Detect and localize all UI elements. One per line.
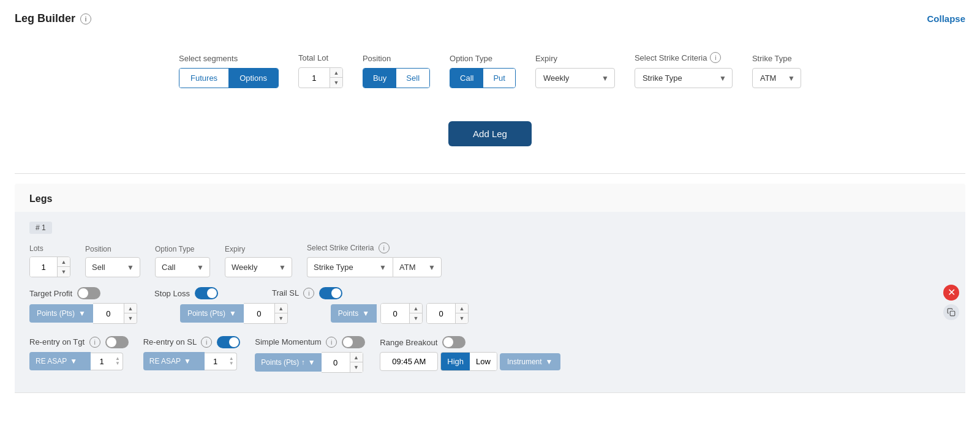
reentry-tgt-controls: RE ASAP ▼ ▲▼ (29, 352, 129, 370)
reentry-sl-group: Re-entry on SL i RE ASAP ▼ (143, 336, 241, 370)
target-profit-dropdown-icon: ▼ (78, 309, 86, 318)
target-profit-group: Target Profit (29, 287, 100, 299)
copy-leg-button[interactable] (943, 304, 959, 320)
target-profit-points-group: Points (Pts) ▼ ▲ ▼ (29, 303, 137, 324)
trail-sl-toggle[interactable] (319, 287, 342, 299)
trail-down-1-button[interactable]: ▼ (410, 313, 422, 323)
target-profit-up-button[interactable]: ▲ (124, 304, 137, 313)
total-lot-input[interactable] (299, 70, 330, 86)
delete-leg-button[interactable]: ✕ (943, 285, 959, 301)
reentry-sl-reasap-label: RE ASAP (149, 357, 181, 365)
buy-button[interactable]: Buy (363, 69, 396, 88)
trail-down-2-button[interactable]: ▼ (456, 313, 468, 323)
reentry-tgt-reasap-arrow-icon: ▼ (70, 357, 77, 365)
range-breakout-group: Range Breakout High Low Instrument (380, 336, 560, 371)
trail-sl-points-button[interactable]: Points ▼ (331, 304, 377, 323)
stop-loss-toggle[interactable] (195, 287, 218, 299)
leg-position-select[interactable]: Sell Buy (85, 257, 140, 277)
leg-expiry-select-wrap: Weekly Monthly ▼ (225, 257, 292, 277)
instrument-button[interactable]: Instrument ▼ (500, 353, 560, 370)
option-type-label: Option Type (450, 54, 516, 63)
call-button[interactable]: Call (450, 69, 483, 88)
leg-strike-criteria-group: Strike Type ▼ ATM ITM OTM ▼ (307, 257, 442, 277)
simple-momentum-controls: Points (Pts) ↑ ▼ ▲ ▼ (255, 352, 365, 373)
expiry-label: Expiry (535, 54, 615, 63)
range-breakout-toggle[interactable] (442, 336, 466, 348)
leg-atm-select[interactable]: ATM ITM OTM (393, 257, 442, 277)
leg-expiry-select[interactable]: Weekly Monthly (225, 257, 292, 277)
reentry-tgt-reasap-button[interactable]: RE ASAP ▼ (29, 352, 91, 370)
strike-type-label: Strike Type (752, 54, 801, 63)
leg-row-1: # 1 Lots ▲ ▼ Position (15, 212, 965, 393)
reentry-tgt-num-input[interactable] (91, 353, 113, 370)
target-profit-points-button[interactable]: Points (Pts) ▼ (29, 304, 93, 323)
leg-option-type-field: Option Type Call Put ▼ (155, 245, 210, 277)
reentry-sl-toggle[interactable] (217, 336, 240, 348)
stop-loss-stepper: ▲ ▼ (274, 304, 287, 323)
reentry-sl-num-input[interactable] (205, 353, 227, 370)
total-lot-label: Total Lot (298, 53, 343, 62)
add-leg-button[interactable]: Add Leg (448, 121, 532, 146)
stop-loss-points-button[interactable]: Points (Pts) ▼ (180, 304, 244, 323)
lot-input-wrap: ▲ ▼ (298, 67, 343, 88)
strike-criteria-select[interactable]: Strike Type (635, 68, 733, 88)
expiry-select[interactable]: Weekly Monthly (535, 68, 615, 88)
reentry-tgt-toggle[interactable] (105, 336, 129, 348)
leg-lots-down-button[interactable]: ▼ (58, 267, 70, 277)
trail-sl-group: Trail SL i (272, 287, 342, 299)
collapse-button[interactable]: Collapse (927, 13, 965, 24)
momentum-up-button[interactable]: ▲ (350, 353, 363, 362)
leg-strike-criteria-info-icon[interactable]: i (379, 242, 390, 253)
trail-input-2[interactable] (427, 304, 455, 323)
options-button[interactable]: Options (228, 69, 278, 88)
trail-input-1[interactable] (381, 304, 409, 323)
target-profit-stepper: ▲ ▼ (124, 304, 137, 323)
reentry-tgt-info-icon[interactable]: i (89, 337, 100, 348)
leg-strike-criteria-label-text: Select Strike Criteria (307, 244, 374, 252)
leg-lots-input[interactable] (30, 257, 57, 277)
target-profit-thumb (78, 288, 88, 298)
trail-up-1-button[interactable]: ▲ (410, 304, 422, 313)
target-profit-input-wrap: ▲ ▼ (93, 303, 137, 324)
target-profit-toggle[interactable] (77, 287, 100, 299)
momentum-input[interactable] (322, 354, 350, 371)
trail-up-2-button[interactable]: ▲ (456, 304, 468, 313)
atm-select-wrap: ATM ITM OTM ▼ (752, 68, 801, 88)
stop-loss-group: Stop Loss (154, 287, 218, 299)
range-time-input[interactable] (380, 352, 438, 371)
simple-momentum-toggle[interactable] (342, 336, 365, 348)
reentry-sl-reasap-arrow-icon: ▼ (184, 357, 191, 365)
reentry-sl-info-icon[interactable]: i (201, 337, 212, 348)
title-info-icon[interactable]: i (80, 13, 91, 24)
reentry-sl-reasap-button[interactable]: RE ASAP ▼ (143, 352, 205, 370)
high-button[interactable]: High (441, 353, 470, 370)
stop-loss-up-button[interactable]: ▲ (275, 304, 287, 313)
leg-lots-up-button[interactable]: ▲ (58, 257, 70, 267)
put-button[interactable]: Put (483, 69, 515, 88)
trail-sl-info-icon[interactable]: i (303, 288, 314, 299)
leg-strike-type-select[interactable]: Strike Type (307, 257, 393, 277)
target-profit-down-button[interactable]: ▼ (124, 313, 137, 323)
stop-loss-input-wrap: ▲ ▼ (244, 303, 288, 324)
leg-option-type-label: Option Type (155, 245, 210, 253)
target-profit-input[interactable] (93, 304, 124, 323)
stop-loss-down-button[interactable]: ▼ (275, 313, 287, 323)
leg-position-field: Position Sell Buy ▼ (85, 245, 140, 277)
lot-down-button[interactable]: ▼ (330, 78, 342, 88)
sell-button[interactable]: Sell (396, 69, 429, 88)
leg-option-type-select[interactable]: Call Put (155, 257, 210, 277)
atm-select[interactable]: ATM ITM OTM (752, 68, 801, 88)
stop-loss-input[interactable] (244, 304, 274, 323)
futures-button[interactable]: Futures (179, 69, 228, 88)
reentry-tgt-reasap-label: RE ASAP (36, 357, 67, 365)
strike-criteria-info-icon[interactable]: i (710, 52, 721, 63)
position-label: Position (363, 54, 430, 63)
trail-sl-inputs: Points ▼ ▲ ▼ ▲ ▼ (331, 303, 469, 324)
momentum-pts-button[interactable]: Points (Pts) ↑ ▼ (255, 353, 321, 372)
leg-strike-criteria-label: Select Strike Criteria i (307, 242, 442, 253)
leg-lots-field: Lots ▲ ▼ (29, 244, 70, 277)
lot-up-button[interactable]: ▲ (330, 68, 342, 78)
low-button[interactable]: Low (470, 353, 497, 370)
momentum-down-button[interactable]: ▼ (350, 362, 363, 372)
simple-momentum-info-icon[interactable]: i (326, 337, 337, 348)
